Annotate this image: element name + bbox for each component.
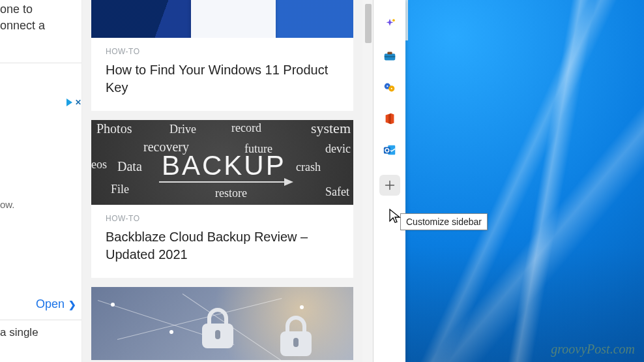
article-kicker: HOW-TO [106, 47, 339, 56]
sidebar-games-button[interactable] [379, 77, 400, 98]
article-thumbnail: Photos Drive record system recovery futu… [91, 120, 353, 205]
chalk-word: eos [91, 158, 107, 172]
chevron-right-icon: ❯ [68, 299, 76, 310]
chalk-word: BACKUP [162, 150, 286, 181]
article-thumbnail [91, 287, 353, 360]
sidebar-tools-button[interactable] [379, 46, 400, 67]
mouse-cursor-icon [388, 208, 402, 225]
chalk-underline [159, 181, 289, 183]
briefcase-icon [383, 49, 397, 63]
article-line: one to [0, 1, 78, 18]
svg-point-6 [387, 85, 388, 87]
article-left-fragment: one to onnect a ✕ ow. Open ❯ a single [0, 0, 82, 362]
divider [0, 320, 81, 320]
article-line: onnect a [0, 18, 78, 34]
edge-browser-window: one to onnect a ✕ ow. Open ❯ a single [0, 0, 405, 362]
sparkle-icon [383, 18, 397, 32]
ad-open-label: Open [36, 297, 65, 311]
ad-text-fragment: ow. [0, 199, 15, 210]
svg-point-0 [392, 19, 395, 22]
article-card[interactable]: Photos Drive record system recovery futu… [91, 120, 353, 278]
chalk-word: restore [215, 187, 247, 200]
sidebar-add-button[interactable] [379, 175, 400, 196]
office-icon [383, 112, 397, 126]
decorative-dot [300, 305, 304, 309]
tooltip-customize-sidebar: Customize sidebar [400, 213, 488, 230]
chalk-word: devic [325, 142, 351, 156]
decorative-dot [169, 330, 173, 334]
edge-sidebar [373, 0, 405, 362]
article-card[interactable]: HOW-TO How to Find Your Windows 11 Produ… [91, 0, 353, 111]
watermark: groovyPost.com [551, 342, 635, 357]
ad-close-icon[interactable]: ✕ [75, 98, 81, 107]
chalk-word: Photos [96, 121, 132, 136]
screenshot-root: one to onnect a ✕ ow. Open ❯ a single [0, 0, 644, 362]
article-title: How to Find Your Windows 11 Product Key [106, 61, 339, 97]
ad-open-link[interactable]: Open ❯ [36, 297, 76, 311]
article-card[interactable] [91, 287, 353, 360]
related-articles-list: HOW-TO How to Find Your Windows 11 Produ… [82, 0, 362, 362]
chalk-word: crash [296, 160, 321, 174]
adchoices-row[interactable]: ✕ [0, 98, 81, 107]
page-scrollbar-thumb[interactable] [365, 4, 372, 43]
svg-point-7 [390, 88, 392, 89]
chalk-word: record [231, 121, 261, 135]
divider [0, 63, 81, 63]
chalk-word: Drive [169, 123, 196, 136]
article-title: Backblaze Cloud Backup Review – Updated … [106, 228, 339, 264]
chalk-word: Safet [325, 185, 349, 199]
sidebar-office-button[interactable] [379, 108, 400, 129]
padlock-icon [280, 316, 312, 356]
chalk-word: File [111, 183, 129, 196]
svg-rect-3 [387, 52, 392, 55]
chalk-word: Data [117, 159, 142, 174]
tab-strip-edge [405, 0, 408, 40]
ad-text-fragment: a single [0, 326, 38, 339]
webpage-content: one to onnect a ✕ ow. Open ❯ a single [0, 0, 362, 362]
chalk-word: system [311, 120, 351, 137]
article-text-fragment: one to onnect a [0, 0, 81, 38]
plus-icon [383, 178, 397, 192]
decorative-dot [111, 303, 115, 307]
sidebar-bing-ai-button[interactable] [379, 14, 400, 35]
sidebar-outlook-button[interactable] [379, 140, 400, 160]
outlook-icon [383, 143, 397, 157]
games-icon [383, 80, 397, 95]
article-thumbnail [91, 0, 353, 38]
padlock-icon [202, 308, 233, 348]
page-scrollbar-track[interactable] [362, 0, 373, 362]
windows-desktop-wallpaper [405, 0, 644, 362]
adchoices-icon [66, 98, 72, 106]
article-kicker: HOW-TO [106, 214, 339, 223]
svg-rect-2 [384, 56, 395, 57]
